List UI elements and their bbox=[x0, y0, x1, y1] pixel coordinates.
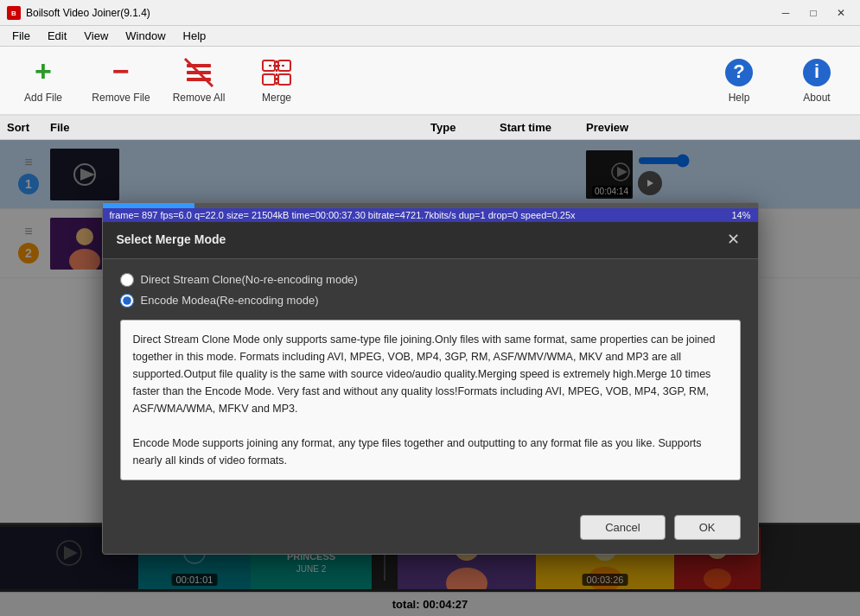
menu-edit[interactable]: Edit bbox=[39, 28, 75, 44]
remove-file-label: Remove File bbox=[92, 92, 150, 104]
radio-encode-input[interactable] bbox=[120, 294, 134, 308]
menu-bar: File Edit View Window Help bbox=[0, 26, 860, 47]
add-file-button[interactable]: + Add File bbox=[9, 50, 78, 111]
window-controls: ─ □ ✕ bbox=[774, 4, 853, 22]
select-merge-mode-dialog: frame= 897 fps=6.0 q=22.0 size= 21504kB … bbox=[102, 202, 759, 555]
radio-encode-label: Encode Modea(Re-encoding mode) bbox=[141, 294, 319, 307]
svg-rect-11 bbox=[278, 74, 290, 85]
remove-file-icon: − bbox=[105, 57, 137, 88]
toolbar: + Add File − Remove File Remove All bbox=[0, 47, 860, 116]
radio-encode[interactable]: Encode Modea(Re-encoding mode) bbox=[120, 294, 741, 308]
about-button[interactable]: i About bbox=[782, 50, 851, 111]
help-button[interactable]: ? Help bbox=[704, 50, 774, 111]
cancel-button[interactable]: Cancel bbox=[580, 515, 665, 540]
modal-title-bar: Select Merge Mode ✕ bbox=[103, 220, 758, 259]
progress-info-text: frame= 897 fps=6.0 q=22.0 size= 21504kB … bbox=[110, 210, 576, 220]
col-preview-header: Preview bbox=[586, 121, 672, 134]
help-icon: ? bbox=[723, 57, 755, 88]
svg-text:+: + bbox=[35, 57, 52, 87]
progress-info: frame= 897 fps=6.0 q=22.0 size= 21504kB … bbox=[103, 208, 758, 222]
merge-button[interactable]: Merge bbox=[242, 50, 311, 111]
remove-all-icon bbox=[183, 57, 214, 88]
maximize-button[interactable]: □ bbox=[801, 4, 825, 22]
menu-window[interactable]: Window bbox=[117, 28, 174, 44]
about-label: About bbox=[803, 92, 830, 104]
ok-button[interactable]: OK bbox=[674, 515, 741, 540]
window-title: Boilsoft Video Joiner(9.1.4) bbox=[26, 7, 774, 19]
svg-text:B: B bbox=[11, 10, 16, 17]
remove-all-label: Remove All bbox=[173, 92, 226, 104]
modal-title: Select Merge Mode bbox=[117, 232, 226, 246]
minimize-button[interactable]: ─ bbox=[774, 4, 798, 22]
modal-description: Direct Stream Clone Mode only supports s… bbox=[120, 320, 741, 480]
radio-direct[interactable]: Direct Stream Clone(No-re-encoding mode) bbox=[120, 273, 741, 287]
help-label: Help bbox=[729, 92, 750, 104]
description-paragraph-2: Encode Mode supports joining any format,… bbox=[133, 435, 728, 469]
radio-group: Direct Stream Clone(No-re-encoding mode)… bbox=[120, 273, 741, 308]
merge-label: Merge bbox=[262, 92, 291, 104]
about-icon: i bbox=[801, 57, 832, 88]
progress-percent: 14% bbox=[731, 210, 750, 220]
svg-text:?: ? bbox=[733, 60, 744, 82]
merge-icon bbox=[261, 57, 292, 88]
remove-all-button[interactable]: Remove All bbox=[164, 50, 233, 111]
table-header: Sort File Type Start time Preview bbox=[0, 116, 860, 140]
col-file-header: File bbox=[50, 121, 430, 134]
remove-file-button[interactable]: − Remove File bbox=[86, 50, 156, 111]
add-file-icon: + bbox=[28, 57, 59, 88]
modal-body: Direct Stream Clone(No-re-encoding mode)… bbox=[103, 259, 758, 506]
app-icon: B bbox=[7, 6, 21, 20]
modal-footer: Cancel OK bbox=[103, 506, 758, 554]
radio-direct-input[interactable] bbox=[120, 273, 134, 287]
svg-text:−: − bbox=[112, 57, 130, 87]
main-area: Sort File Type Start time Preview ≡ 1 bbox=[0, 116, 860, 616]
menu-file[interactable]: File bbox=[3, 28, 39, 44]
col-sort-header: Sort bbox=[7, 121, 50, 134]
col-start-header: Start time bbox=[500, 121, 586, 134]
radio-direct-label: Direct Stream Clone(No-re-encoding mode) bbox=[141, 273, 358, 286]
add-file-label: Add File bbox=[24, 92, 62, 104]
svg-text:i: i bbox=[814, 60, 819, 82]
modal-close-button[interactable]: ✕ bbox=[723, 229, 744, 250]
col-type-header: Type bbox=[430, 121, 500, 134]
menu-view[interactable]: View bbox=[75, 28, 117, 44]
svg-rect-10 bbox=[263, 74, 275, 85]
close-button[interactable]: ✕ bbox=[829, 4, 853, 22]
description-paragraph-1: Direct Stream Clone Mode only supports s… bbox=[133, 331, 728, 417]
menu-help[interactable]: Help bbox=[175, 28, 215, 44]
title-bar: B Boilsoft Video Joiner(9.1.4) ─ □ ✕ bbox=[0, 0, 860, 26]
